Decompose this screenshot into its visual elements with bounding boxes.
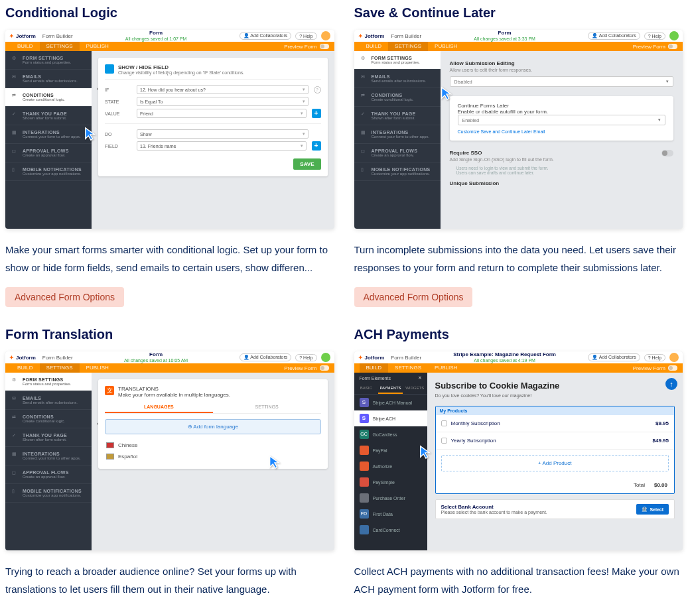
close-icon[interactable]: ✕ — [418, 375, 422, 381]
translations-panel: 文TRANSLATIONSMake your form available in… — [98, 379, 328, 469]
feature-card-form-translation: Form Translation ✦Jotform Form Builder F… — [5, 327, 334, 609]
app-topbar: ✦Jotform Form Builder FormAll changes sa… — [5, 30, 334, 42]
product-row-yearly[interactable]: Yearly Subscription$49.95 — [436, 432, 675, 450]
tag-advanced-form-options[interactable]: Advanced Form Options — [354, 287, 473, 307]
card-title: Save & Continue Later — [354, 5, 683, 21]
add-collaborators-button[interactable]: 👤 Add Collaborators — [240, 32, 292, 40]
save-button[interactable]: SAVE — [293, 158, 320, 170]
allow-submission-editing: Allow Submission Editing Allow users to … — [450, 58, 674, 90]
form-title: Form — [149, 30, 163, 36]
sidebar-item-mobile-notifications[interactable]: ▯MOBILE NOTIFICATIONSCustomize your app … — [5, 162, 92, 181]
if-field-select[interactable]: 12. How did you hear about us?▾ — [137, 85, 309, 94]
screenshot-ach-payments[interactable]: ✦Jotform Form Builder Stripe Example: Ma… — [354, 351, 683, 550]
add-product-button[interactable]: + Add Product — [441, 455, 669, 471]
cursor-icon — [83, 126, 98, 142]
language-row-chinese[interactable]: Chinese — [105, 440, 321, 451]
help-button[interactable]: ? Help — [295, 32, 316, 40]
sidebar-item-thank-you[interactable]: ✓THANK YOU PAGEShown after form submit. — [5, 107, 92, 125]
add-form-language-button[interactable]: ⊕ Add form language — [105, 419, 321, 434]
screenshot-form-translation[interactable]: ✦Jotform Form Builder FormAll changes sa… — [5, 351, 334, 550]
card-description: Make your smart forms smarter with condi… — [5, 241, 334, 277]
tab-publish[interactable]: PUBLISH — [80, 42, 115, 51]
card-description: Collect ACH payments with no additional … — [354, 562, 683, 598]
screenshot-save-continue[interactable]: ✦Jotform Form Builder FormAll changes sa… — [354, 30, 683, 229]
target-field-select[interactable]: 13. Friends name▾ — [137, 141, 307, 151]
select-bank-button[interactable]: 🏦 Select — [636, 504, 669, 515]
continue-forms-select[interactable]: Enabled▾ — [458, 115, 666, 125]
settings-sidebar: ⚙FORM SETTINGSForm status and properties… — [5, 373, 92, 550]
sidebar-item-form-settings[interactable]: ⚙FORM SETTINGSForm status and properties… — [5, 51, 92, 70]
tab-build[interactable]: BUILD — [11, 42, 40, 51]
sso-toggle[interactable] — [661, 150, 673, 156]
continue-forms-panel: Continue Forms Later Enable or disable a… — [450, 96, 674, 141]
tab-settings[interactable]: SETTINGS — [40, 42, 80, 51]
avatar[interactable] — [669, 353, 679, 362]
add-collaborators-button[interactable]: 👤 Add Collaborators — [240, 353, 292, 361]
form-builder-label[interactable]: Form Builder — [42, 33, 73, 39]
scroll-top-button[interactable]: ↑ — [665, 378, 677, 390]
settings-sidebar: ⚙FORM SETTINGSForm status and properties… — [354, 51, 441, 229]
jotform-logo: ✦Jotform — [358, 33, 385, 39]
preview-form-toggle[interactable]: Preview Form — [284, 44, 328, 50]
cursor-icon — [267, 454, 282, 470]
feature-card-save-continue: Save & Continue Later ✦Jotform Form Buil… — [354, 5, 683, 307]
sidebar-item-form-settings[interactable]: ⚙FORM SETTINGSForm status and properties… — [5, 373, 92, 391]
screenshot-conditional-logic[interactable]: ✦Jotform Form Builder FormAll changes sa… — [5, 30, 334, 229]
builder-tabs: BUILDSETTINGSPUBLISH Preview Form — [354, 42, 683, 51]
cursor-icon — [439, 86, 454, 101]
tab-languages[interactable]: LANGUAGES — [105, 402, 213, 413]
settings-sidebar: ⚙FORM SETTINGSForm status and properties… — [5, 51, 92, 229]
sidebar-item-emails[interactable]: ✉EMAILSSend emails after submissions. — [5, 70, 92, 88]
cursor-icon — [418, 444, 433, 460]
payment-item-stripe-ach[interactable]: SStripe ACH — [354, 410, 427, 426]
sidebar-item-emails[interactable]: ✉EMAILSSend emails after submissions. — [354, 70, 441, 88]
sidebar-item-conditions[interactable]: ⇄CONDITIONSCreate conditional logic. — [5, 88, 92, 107]
state-select[interactable]: Is Equal To▾ — [137, 97, 309, 106]
help-button[interactable]: ? Help — [644, 32, 665, 40]
language-row-spanish[interactable]: Español — [105, 451, 321, 462]
add-collaborators-button[interactable]: 👤 Add Collaborators — [588, 32, 640, 40]
avatar[interactable] — [321, 31, 330, 40]
payment-item[interactable]: SStripe ACH Manual — [354, 395, 427, 410]
form-builder-label[interactable]: Form Builder — [391, 33, 421, 39]
sidebar-item-integrations[interactable]: ▦INTEGRATIONSConnect your form to other … — [354, 125, 441, 144]
sidebar-item-approval-flows[interactable]: ◻APPROVAL FLOWSCreate an approval flow. — [5, 144, 92, 162]
allow-editing-select[interactable]: Disabled▾ — [450, 76, 674, 87]
add-condition-button[interactable]: + — [312, 109, 321, 118]
builder-tabs: BUILD SETTINGS PUBLISH Preview Form — [5, 42, 334, 51]
sidebar-item-mobile-notifications[interactable]: ▯MOBILE NOTIFICATIONSCustomize your app … — [354, 162, 441, 181]
card-description: Turn incomplete submissions into the dat… — [354, 241, 683, 277]
form-elements-panel: Form Elements✕ BASICPAYMENTSWIDGETS SStr… — [354, 373, 427, 550]
card-description: Trying to reach a broader audience onlin… — [5, 562, 334, 598]
avatar[interactable] — [669, 31, 679, 40]
condition-panel: SHOW / HIDE FIELDChange visibility of fi… — [98, 58, 328, 176]
sidebar-item-conditions[interactable]: ⇄CONDITIONSCreate conditional logic. — [354, 88, 441, 107]
product-row-monthly[interactable]: Monthly Subscription$9.95 — [436, 415, 675, 432]
bank-account-box: Select Bank AccountPlease select the ban… — [435, 499, 675, 519]
tab-translation-settings[interactable]: SETTINGS — [213, 402, 321, 413]
add-action-button[interactable]: + — [312, 141, 321, 151]
jotform-logo: ✦Jotform — [358, 355, 385, 361]
help-button[interactable]: ? Help — [295, 354, 316, 361]
feature-card-ach-payments: ACH Payments ✦Jotform Form Builder Strip… — [354, 327, 683, 609]
app-topbar: ✦Jotform Form Builder Stripe Example: Ma… — [354, 351, 683, 363]
add-collaborators-button[interactable]: 👤 Add Collaborators — [588, 353, 640, 361]
help-button[interactable]: ? Help — [644, 354, 665, 361]
sidebar-item-integrations[interactable]: ▦INTEGRATIONSConnect your form to other … — [5, 125, 92, 144]
save-status: All changes saved at 1:07 PM — [125, 36, 187, 41]
sidebar-item-approval-flows[interactable]: ◻APPROVAL FLOWSCreate an approval flow. — [354, 144, 441, 162]
card-title: Form Translation — [5, 327, 334, 342]
avatar[interactable] — [321, 353, 330, 362]
feature-card-conditional-logic: Conditional Logic ✦Jotform Form Builder … — [5, 5, 334, 307]
sidebar-item-form-settings[interactable]: ⚙FORM SETTINGSForm status and properties… — [354, 51, 441, 70]
show-hide-icon — [105, 64, 114, 74]
value-select[interactable]: Friend▾ — [137, 109, 307, 118]
form-heading: Subscribe to Cookie Magazine — [435, 381, 675, 391]
customize-email-link[interactable]: Customize Save and Continue Later Email — [458, 129, 666, 134]
preview-form-toggle[interactable]: Preview Form — [633, 44, 677, 50]
app-topbar: ✦Jotform Form Builder FormAll changes sa… — [354, 30, 683, 42]
help-icon[interactable]: ? — [314, 86, 321, 93]
sidebar-item-thank-you[interactable]: ✓THANK YOU PAGEShown after form submit. — [354, 107, 441, 125]
tag-advanced-form-options[interactable]: Advanced Form Options — [5, 287, 124, 307]
do-select[interactable]: Show▾ — [137, 129, 309, 139]
